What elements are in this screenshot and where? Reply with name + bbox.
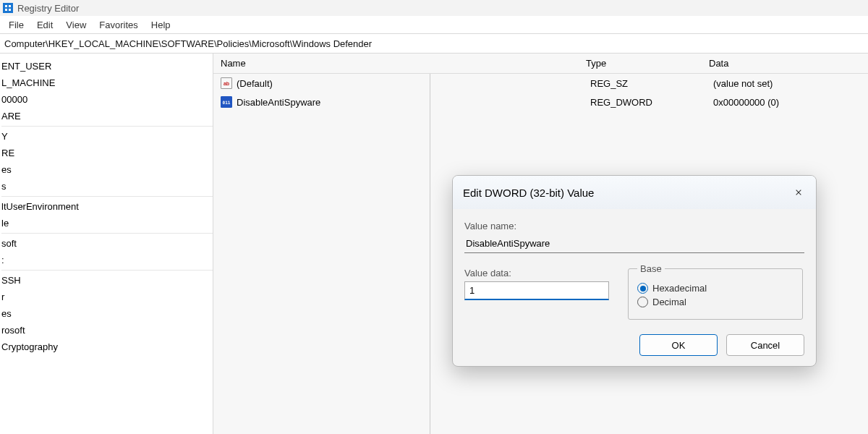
tree-item[interactable]: : bbox=[1, 252, 213, 268]
col-name[interactable]: Name bbox=[213, 58, 579, 69]
value-name-field[interactable] bbox=[464, 234, 804, 253]
radio-hexadecimal[interactable]: Hexadecimal bbox=[637, 283, 793, 294]
menu-file[interactable]: File bbox=[9, 20, 24, 30]
menu-edit[interactable]: Edit bbox=[37, 20, 53, 30]
tree-item[interactable]: ARE bbox=[1, 108, 213, 124]
cancel-button[interactable]: Cancel bbox=[726, 334, 804, 356]
tree-item[interactable]: le bbox=[1, 215, 213, 231]
window-title: Registry Editor bbox=[17, 3, 79, 14]
svg-rect-3 bbox=[9, 9, 11, 11]
tree-item[interactable]: s bbox=[1, 178, 213, 195]
edit-dword-dialog: Edit DWORD (32-bit) Value Value name: Va… bbox=[452, 175, 817, 367]
main-area: ENT_USERL_MACHINE00000AREYREessltUserEnv… bbox=[0, 54, 868, 434]
radio-decimal[interactable]: Decimal bbox=[637, 297, 793, 307]
value-type: REG_SZ bbox=[583, 78, 706, 89]
menu-help[interactable]: Help bbox=[151, 20, 171, 30]
dialog-title: Edit DWORD (32-bit) Value bbox=[463, 187, 594, 199]
address-text: Computer\HKEY_LOCAL_MACHINE\SOFTWARE\Pol… bbox=[4, 38, 372, 49]
value-data: 0x00000000 (0) bbox=[706, 97, 868, 108]
radio-dot-icon bbox=[637, 297, 648, 307]
value-list-pane: Name Type Data ab(Default)REG_SZ(value n… bbox=[213, 54, 868, 434]
tree-separator bbox=[1, 233, 213, 234]
value-data: (value not set) bbox=[706, 78, 868, 89]
ok-button[interactable]: OK bbox=[639, 334, 718, 356]
tree-item[interactable]: ENT_USER bbox=[1, 58, 213, 75]
radio-hex-label: Hexadecimal bbox=[652, 283, 707, 294]
dialog-close-button[interactable] bbox=[791, 185, 806, 200]
registry-editor-window: Registry Editor File Edit View Favorites… bbox=[0, 0, 868, 434]
tree-item[interactable]: L_MACHINE bbox=[1, 75, 213, 91]
tree-item[interactable]: es bbox=[1, 161, 213, 178]
tree-item[interactable]: soft bbox=[1, 235, 213, 252]
tree-item[interactable]: SSH bbox=[1, 272, 213, 289]
value-data-label: Value data: bbox=[464, 268, 609, 278]
value-name-label: Value name: bbox=[464, 221, 804, 231]
value-name: (Default) bbox=[237, 78, 583, 89]
value-name: DisableAntiSpyware bbox=[237, 97, 583, 108]
tree-separator bbox=[1, 126, 213, 127]
dialog-title-bar[interactable]: Edit DWORD (32-bit) Value bbox=[453, 176, 816, 209]
tree-item[interactable]: Cryptography bbox=[1, 339, 213, 355]
list-row[interactable]: ab(Default)REG_SZ(value not set) bbox=[213, 74, 868, 93]
tree-item[interactable]: RE bbox=[1, 145, 213, 161]
tree-item[interactable]: ltUserEnvironment bbox=[1, 198, 213, 215]
list-header: Name Type Data bbox=[213, 54, 868, 74]
svg-rect-2 bbox=[5, 9, 7, 11]
tree-item[interactable]: rosoft bbox=[1, 322, 213, 339]
tree-item[interactable]: 00000 bbox=[1, 91, 213, 108]
tree-item[interactable]: es bbox=[1, 305, 213, 322]
svg-rect-0 bbox=[5, 5, 7, 7]
tree-separator bbox=[1, 270, 213, 271]
value-type: REG_DWORD bbox=[583, 97, 706, 108]
app-icon bbox=[3, 3, 13, 13]
list-rows: ab(Default)REG_SZ(value not set)011Disab… bbox=[213, 74, 868, 111]
svg-rect-1 bbox=[9, 5, 11, 7]
menu-favorites[interactable]: Favorites bbox=[99, 20, 137, 30]
menu-bar: File Edit View Favorites Help bbox=[0, 16, 868, 33]
menu-view[interactable]: View bbox=[66, 20, 86, 30]
base-legend: Base bbox=[637, 263, 665, 274]
title-bar: Registry Editor bbox=[0, 0, 868, 16]
base-group: Base Hexadecimal Decimal bbox=[628, 263, 803, 320]
col-type[interactable]: Type bbox=[579, 58, 702, 69]
registry-tree[interactable]: ENT_USERL_MACHINE00000AREYREessltUserEnv… bbox=[0, 54, 213, 434]
tree-item[interactable]: r bbox=[1, 289, 213, 305]
close-icon bbox=[796, 188, 801, 197]
splitter-handle[interactable] bbox=[427, 74, 433, 434]
value-data-input[interactable] bbox=[464, 281, 609, 300]
string-value-icon: ab bbox=[221, 77, 232, 89]
col-data[interactable]: Data bbox=[702, 58, 868, 69]
radio-dec-label: Decimal bbox=[652, 297, 686, 307]
radio-dot-icon bbox=[637, 283, 648, 294]
tree-item[interactable]: Y bbox=[1, 128, 213, 145]
list-row[interactable]: 011DisableAntiSpywareREG_DWORD0x00000000… bbox=[213, 93, 868, 111]
address-bar[interactable]: Computer\HKEY_LOCAL_MACHINE\SOFTWARE\Pol… bbox=[0, 33, 868, 54]
binary-value-icon: 011 bbox=[221, 96, 232, 108]
tree-separator bbox=[1, 196, 213, 197]
